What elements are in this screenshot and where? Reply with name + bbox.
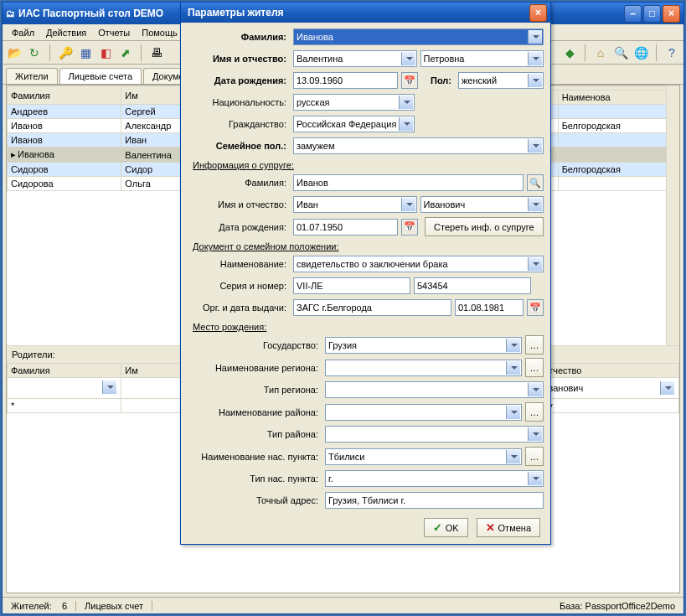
dob-label: Дата рождения:: [188, 75, 290, 85]
doc-name-label: Наименование:: [188, 259, 290, 269]
key-icon[interactable]: 🔑: [57, 44, 74, 61]
doc-series-input[interactable]: [293, 277, 410, 294]
clear-spouse-button[interactable]: Стереть инф. о супруге: [425, 217, 544, 236]
statusbar: Жителей: 6 Лицевых счет База: PassportOf…: [3, 597, 683, 613]
address-input[interactable]: [325, 492, 544, 509]
col-name2[interactable]: Наименова: [558, 91, 678, 105]
sp-dob-input[interactable]: [293, 219, 398, 236]
citizenship-label: Гражданство:: [188, 119, 290, 129]
doc-name-combo[interactable]: свидетельство о заключении брака: [293, 256, 544, 272]
citizenship-combo[interactable]: Российская Федерация: [293, 116, 415, 132]
cancel-button[interactable]: ✕ Отмена: [477, 518, 540, 537]
marital-label: Семейное пол.:: [188, 141, 290, 151]
calendar-icon[interactable]: 📅: [527, 299, 544, 316]
open-icon[interactable]: 📂: [6, 44, 23, 61]
home-icon[interactable]: ⌂: [592, 44, 609, 61]
pcol-lastname[interactable]: Фамилия: [8, 364, 121, 378]
sp-patronymic-combo[interactable]: Иванович: [420, 196, 544, 213]
city-type-label: Тип нас. пункта:: [188, 474, 322, 484]
district-type-label: Тип района:: [188, 429, 322, 439]
nav-back-icon[interactable]: ◆: [561, 44, 578, 61]
dialog-title: Параметры жителя: [184, 7, 528, 18]
vertical-scrollbar[interactable]: [666, 85, 679, 345]
nationality-combo[interactable]: русская: [293, 94, 415, 111]
region-type-label: Тип региона:: [188, 385, 322, 395]
sex-label: Пол:: [421, 75, 455, 85]
sp-name-label: Имя и отчество:: [188, 199, 290, 210]
minimize-button[interactable]: –: [624, 5, 642, 23]
tb-separator: [141, 44, 142, 61]
patronymic-combo[interactable]: Петровна: [420, 50, 544, 67]
city-name-label: Наименование нас. пункта:: [188, 452, 322, 462]
tb-separator: [585, 44, 585, 61]
people-icon[interactable]: ◧: [97, 44, 114, 61]
doc-number-input[interactable]: [414, 277, 531, 294]
region-type-combo[interactable]: [325, 381, 544, 398]
city-name-combo[interactable]: Тбилиси: [325, 448, 522, 465]
maximize-button[interactable]: □: [643, 5, 661, 23]
doc-issuer-input[interactable]: [293, 299, 451, 316]
doc-series-label: Серия и номер:: [188, 281, 290, 291]
firstname-combo[interactable]: Валентина: [293, 50, 417, 67]
parent-lastname-combo[interactable]: [11, 380, 117, 395]
card-icon[interactable]: ▦: [77, 44, 94, 61]
state-combo[interactable]: Грузия: [325, 337, 522, 354]
menu-reports[interactable]: Отчеты: [92, 26, 136, 39]
sex-combo[interactable]: женский: [458, 72, 544, 89]
col-lastname[interactable]: Фамилия: [8, 86, 121, 105]
x-icon: ✕: [486, 521, 495, 534]
search-icon[interactable]: 🔍: [612, 44, 629, 61]
menu-file[interactable]: Файл: [6, 26, 40, 39]
pcol-patronymic[interactable]: Отчество: [538, 364, 678, 378]
lastname-combo[interactable]: Иванова: [293, 28, 544, 45]
district-name-combo[interactable]: [325, 404, 522, 421]
globe-icon[interactable]: 🌐: [632, 44, 649, 61]
more-button[interactable]: …: [525, 447, 544, 466]
doc-issuer-label: Орг. и дата выдачи:: [188, 303, 290, 313]
marital-doc-header: Документ о семейном положении:: [188, 240, 544, 251]
help-icon[interactable]: ?: [663, 44, 680, 61]
parent-patr-combo[interactable]: Иванович: [542, 380, 675, 396]
more-button[interactable]: …: [525, 335, 544, 355]
menu-help[interactable]: Помощь: [136, 26, 183, 39]
status-db: База: PassportOffice2Demo: [551, 601, 683, 611]
lookup-icon[interactable]: 🔍: [527, 174, 544, 191]
export-icon[interactable]: ⬈: [117, 44, 134, 61]
region-name-combo[interactable]: [325, 360, 522, 376]
tab-accounts[interactable]: Лицевые счета: [59, 68, 142, 84]
sp-firstname-combo[interactable]: Иван: [293, 196, 417, 213]
nationality-label: Национальность:: [188, 97, 290, 107]
spouse-section-header: Информация о супруге:: [188, 158, 544, 170]
tab-residents[interactable]: Жители: [6, 68, 58, 84]
refresh-icon[interactable]: ↻: [26, 44, 43, 61]
sp-dob-label: Дата рождения:: [188, 222, 290, 232]
dialog-body: Фамилия: Иванова Имя и отчество: Валенти…: [181, 23, 550, 513]
sp-lastname-input[interactable]: [293, 174, 524, 191]
birthplace-header: Место рождения:: [188, 320, 544, 332]
marital-combo[interactable]: замужем: [293, 137, 544, 154]
more-button[interactable]: …: [525, 402, 544, 422]
dialog-close-button[interactable]: ×: [529, 4, 547, 22]
region-name-label: Наименование региона:: [188, 363, 322, 373]
doc-date-input[interactable]: [455, 299, 524, 316]
district-name-label: Наименование района:: [188, 407, 322, 417]
tb-separator: [49, 44, 50, 61]
state-label: Государство:: [188, 340, 322, 350]
status-residents: Жителей: 6: [3, 601, 76, 611]
status-accounts: Лицевых счет: [76, 601, 152, 611]
menu-actions[interactable]: Действия: [40, 26, 92, 39]
print-icon[interactable]: 🖶: [148, 44, 165, 61]
calendar-icon[interactable]: 📅: [401, 219, 418, 236]
district-type-combo[interactable]: [325, 426, 544, 443]
resident-params-dialog: Параметры жителя × Фамилия: Иванова Имя …: [180, 2, 551, 545]
city-type-combo[interactable]: г.: [325, 470, 544, 487]
calendar-icon[interactable]: 📅: [401, 72, 418, 89]
check-icon: ✓: [433, 521, 442, 534]
close-button[interactable]: ×: [663, 5, 680, 23]
dialog-titlebar: Параметры жителя ×: [181, 3, 550, 23]
dob-input[interactable]: [293, 72, 398, 89]
ok-button[interactable]: ✓ OK: [424, 518, 468, 537]
app-icon: 🗂: [6, 8, 15, 18]
more-button[interactable]: …: [525, 358, 544, 377]
sp-lastname-label: Фамилия:: [188, 178, 290, 188]
